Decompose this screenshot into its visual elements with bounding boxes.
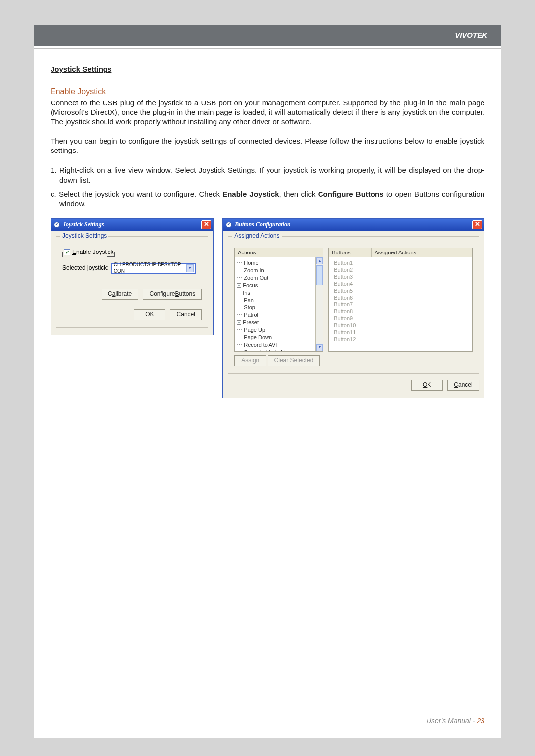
action-tree-item[interactable]: ⋯ Stop bbox=[237, 304, 322, 311]
buttons-list[interactable]: Button1Button2Button3Button4Button5Butto… bbox=[329, 257, 472, 345]
enable-joystick-checkbox[interactable]: ✔ bbox=[64, 249, 70, 255]
dialog1-cancel-button[interactable]: Cancel bbox=[170, 309, 202, 320]
action-tree-item[interactable]: ⋯ Zoom Out bbox=[237, 274, 322, 282]
button-list-item[interactable]: Button3 bbox=[331, 273, 471, 280]
buttons-configuration-dialog: ✔ Buttons Configuration ✕ Assigned Actio… bbox=[222, 218, 484, 398]
action-tree-item[interactable]: ⋯ Home bbox=[237, 259, 322, 267]
joystick-settings-dialog: ✔ Joystick Settings ✕ Joystick Settings … bbox=[51, 218, 214, 336]
button-list-item[interactable]: Button1 bbox=[331, 259, 471, 266]
action-tree-item[interactable]: +Preset bbox=[237, 319, 322, 326]
button-list-item[interactable]: Button4 bbox=[331, 280, 471, 287]
action-tree-item[interactable]: ⋯ Snapshot Auto Naming bbox=[237, 349, 322, 351]
page-number: 23 bbox=[477, 717, 484, 725]
step-c: c. Select the joystick you want to confi… bbox=[51, 189, 484, 209]
button-list-item[interactable]: Button12 bbox=[331, 336, 471, 343]
step-1-text: Right-click on a live view window. Selec… bbox=[59, 166, 484, 184]
step-c-text-a: Select the joystick you want to configur… bbox=[59, 190, 222, 198]
header-band: VIVOTEK bbox=[34, 25, 501, 46]
action-tree-item[interactable]: ⋯ Page Down bbox=[237, 334, 322, 341]
brand-label: VIVOTEK bbox=[34, 25, 501, 39]
expand-icon[interactable]: + bbox=[237, 283, 241, 288]
step-c-prefix: c. bbox=[51, 190, 59, 198]
footer: User's Manual - 23 bbox=[427, 717, 484, 725]
paragraph-1: Connect to the USB plug of the joystick … bbox=[51, 98, 484, 127]
section-title: Joystick Settings bbox=[51, 64, 484, 74]
scrollbar[interactable]: ▴ ▾ bbox=[315, 257, 323, 351]
step-c-bold-configure: Configure Buttons bbox=[318, 190, 384, 198]
close-icon[interactable]: ✕ bbox=[201, 220, 211, 229]
step-1-number: 1. bbox=[51, 166, 59, 174]
expand-icon[interactable]: + bbox=[237, 291, 241, 295]
button-list-item[interactable]: Button9 bbox=[331, 315, 471, 322]
action-tree-item[interactable]: ⋯ Pan bbox=[237, 297, 322, 304]
assigned-actions-column-header: Assigned Actions bbox=[371, 248, 472, 257]
close-icon[interactable]: ✕ bbox=[472, 220, 482, 229]
dialog1-ok-button[interactable]: OK bbox=[134, 309, 165, 320]
expand-icon[interactable]: + bbox=[237, 320, 241, 325]
step-1: 1. Right-click on a live view window. Se… bbox=[51, 165, 484, 186]
action-tree-item[interactable]: ⋯ Page Up bbox=[237, 326, 322, 334]
app-icon: ✔ bbox=[54, 222, 60, 228]
calibrate-button[interactable]: Calibrate bbox=[102, 289, 138, 300]
selected-joystick-label: Selected joystick: bbox=[62, 264, 108, 272]
scroll-thumb[interactable] bbox=[316, 265, 323, 285]
buttons-column-header: Buttons bbox=[329, 248, 371, 257]
paragraph-2: Then you can begin to configure the joys… bbox=[51, 136, 484, 155]
button-list-item[interactable]: Button2 bbox=[331, 266, 471, 273]
action-tree-item[interactable]: ⋯ Record to AVI bbox=[237, 341, 322, 349]
configure-buttons-button[interactable]: Configure Buttons bbox=[143, 289, 202, 300]
selected-joystick-value: CH PRODUCTS IP DESKTOP CON bbox=[114, 262, 186, 275]
step-c-bold-enable: Enable Joystick bbox=[222, 190, 279, 198]
subheading: Enable Joystick bbox=[51, 87, 484, 97]
dialog1-group-legend: Joystick Settings bbox=[60, 232, 108, 240]
action-tree-item[interactable]: +Iris bbox=[237, 289, 322, 297]
app-icon: ✔ bbox=[226, 222, 232, 228]
actions-column-header: Actions bbox=[235, 248, 323, 257]
scroll-down-icon[interactable]: ▾ bbox=[316, 344, 323, 351]
step-c-text-mid: , then click bbox=[279, 190, 318, 198]
dialog2-ok-button[interactable]: OK bbox=[411, 380, 443, 391]
scroll-up-icon[interactable]: ▴ bbox=[316, 257, 323, 264]
button-list-item[interactable]: Button10 bbox=[331, 322, 471, 329]
selected-joystick-dropdown[interactable]: CH PRODUCTS IP DESKTOP CON ▾ bbox=[111, 263, 196, 274]
assign-button[interactable]: Assign bbox=[234, 355, 266, 366]
action-tree-item[interactable]: +Focus bbox=[237, 282, 322, 289]
button-list-item[interactable]: Button5 bbox=[331, 287, 471, 294]
action-tree-item[interactable]: ⋯ Patrol bbox=[237, 311, 322, 319]
button-list-item[interactable]: Button8 bbox=[331, 308, 471, 315]
enable-joystick-label: EEnable Joysticknable Joystick bbox=[72, 249, 113, 255]
button-list-item[interactable]: Button11 bbox=[331, 329, 471, 336]
dialog2-group-legend: Assigned Actions bbox=[232, 232, 281, 240]
actions-tree[interactable]: ⋯ Home⋯ Zoom In⋯ Zoom Out+Focus+Iris⋯ Pa… bbox=[235, 257, 323, 351]
clear-selected-button[interactable]: Clear Selected bbox=[268, 355, 320, 366]
button-list-item[interactable]: Button7 bbox=[331, 301, 471, 308]
footer-label: User's Manual - bbox=[427, 717, 477, 725]
action-tree-item[interactable]: ⋯ Zoom In bbox=[237, 267, 322, 274]
dialog1-titlebar[interactable]: ✔ Joystick Settings ✕ bbox=[51, 219, 213, 231]
dialog2-titlebar[interactable]: ✔ Buttons Configuration ✕ bbox=[223, 219, 484, 231]
button-list-item[interactable]: Button6 bbox=[331, 294, 471, 301]
dialog2-cancel-button[interactable]: Cancel bbox=[447, 380, 479, 391]
dialog2-title: Buttons Configuration bbox=[235, 221, 290, 228]
dialog1-title: Joystick Settings bbox=[63, 221, 104, 228]
chevron-down-icon[interactable]: ▾ bbox=[186, 264, 194, 272]
